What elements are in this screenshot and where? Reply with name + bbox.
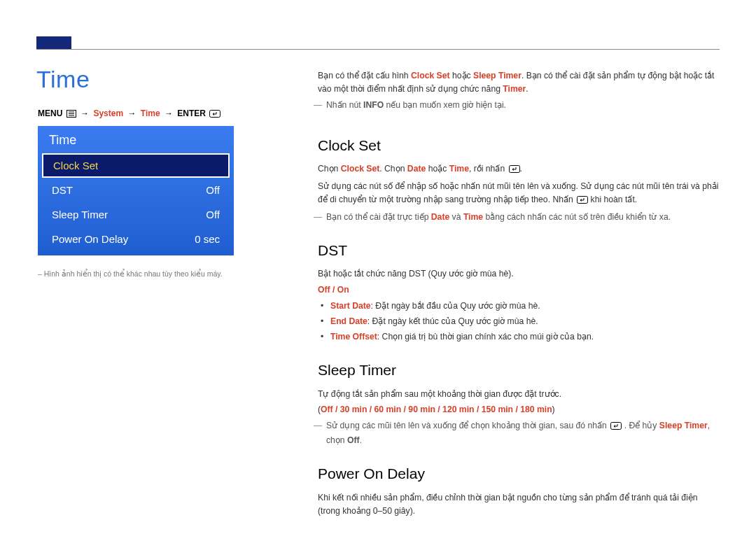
menu-item-value: Off [206, 209, 220, 220]
header-divider [36, 49, 720, 50]
enter-icon [509, 164, 520, 177]
menu-item-value: 0 sec [195, 233, 220, 245]
menu-item-power-on-delay[interactable]: Power On Delay 0 sec [38, 227, 234, 251]
breadcrumb-arrow: → [125, 108, 138, 118]
enter-icon [209, 110, 220, 120]
list-item: Start Date: Đặt ngày bắt đầu của Quy ước… [330, 300, 721, 313]
clock-set-p1: Chọn Clock Set. Chọn Date hoặc Time, rồi… [318, 162, 721, 177]
menu-item-dst[interactable]: DST Off [38, 178, 234, 202]
dst-description: Bật hoặc tắt chức năng DST (Quy ước giờ … [318, 267, 721, 281]
content-area: Bạn có thể đặt cấu hình Clock Set hoặc S… [318, 69, 721, 521]
image-disclaimer: Hình ảnh hiển thị có thể khác nhau tùy t… [38, 269, 223, 278]
section-heading-power-on-delay: Power On Delay [318, 463, 721, 486]
enter-icon [577, 195, 588, 208]
breadcrumb-arrow: → [78, 108, 91, 118]
clock-set-note: Bạn có thể cài đặt trực tiếp Date và Tim… [318, 211, 721, 224]
breadcrumb-arrow: → [162, 108, 175, 118]
menu-icon [66, 110, 76, 120]
sleep-timer-note: Sử dụng các mũi tên lên và xuống để chọn… [318, 419, 721, 447]
time-menu-panel: Time Clock Set DST Off Sleep Timer Off P… [38, 126, 234, 255]
section-heading-clock-set: Clock Set [318, 134, 721, 157]
enter-icon [610, 421, 622, 434]
sleep-timer-description: Tự động tắt sản phẩm sau một khoảng thời… [318, 388, 721, 401]
intro-note: Nhấn nút INFO nếu bạn muốn xem giờ hiện … [318, 99, 721, 112]
menu-item-clock-set[interactable]: Clock Set [42, 153, 230, 178]
breadcrumb-enter: ENTER [177, 108, 206, 118]
intro-paragraph: Bạn có thể đặt cấu hình Clock Set hoặc S… [318, 69, 721, 96]
sleep-timer-options: (Off / 30 min / 60 min / 90 min / 120 mi… [318, 403, 721, 416]
menu-item-label: Clock Set [53, 160, 98, 171]
breadcrumb: MENU → System → Time → ENTER [38, 108, 220, 120]
dst-bullet-list: Start Date: Đặt ngày bắt đầu của Quy ước… [318, 300, 721, 344]
breadcrumb-system: System [93, 108, 123, 118]
page-title: Time [36, 66, 90, 93]
power-on-delay-description: Khi kết nối nhiều sản phẩm, điều chỉnh t… [318, 491, 721, 518]
breadcrumb-menu: MENU [38, 108, 62, 118]
menu-item-label: DST [52, 184, 73, 196]
section-heading-dst: DST [318, 239, 721, 262]
menu-item-sleep-timer[interactable]: Sleep Timer Off [38, 202, 234, 227]
header-accent-block [36, 36, 71, 49]
clock-set-p2: Sử dụng các nút số để nhập số hoặc nhấn … [318, 180, 721, 208]
section-heading-sleep-timer: Sleep Timer [318, 359, 721, 382]
menu-item-value: Off [206, 184, 220, 196]
menu-item-label: Sleep Timer [52, 209, 108, 220]
dst-options: Off / On [318, 283, 721, 297]
list-item: Time Offset: Chọn giá trị bù thời gian c… [330, 330, 721, 344]
list-item: End Date: Đặt ngày kết thúc của Quy ước … [330, 315, 721, 328]
breadcrumb-time: Time [141, 108, 160, 118]
panel-title: Time [38, 126, 234, 153]
menu-item-label: Power On Delay [52, 233, 128, 245]
